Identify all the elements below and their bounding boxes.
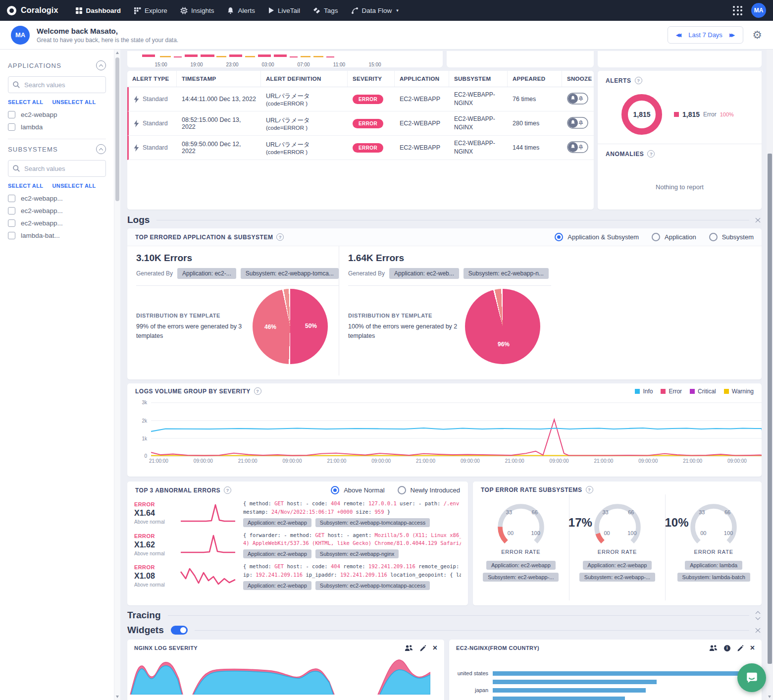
nav-livetail[interactable]: LiveTail [268,7,300,14]
widget-title: EC2-NGINX(FROM COUNTRY) [456,645,539,651]
help-icon[interactable]: ? [254,387,261,395]
snooze-bell-icon[interactable]: z [567,93,589,105]
collapse-subsystems-icon[interactable] [96,144,106,154]
applications-select-all[interactable]: SELECT ALL [8,99,43,105]
subsystem-filter-item[interactable]: ec2-webapp... [8,207,106,215]
application-chip[interactable]: Application: ec2-... [177,268,236,279]
radio-icon[interactable] [331,486,339,494]
radio-icon[interactable] [652,233,660,241]
table-row[interactable]: Standard 08:59:50.000 Dec 12, 2022 URLパラ… [127,136,594,160]
share-users-icon[interactable] [709,645,718,651]
snooze-bell-icon[interactable]: z [567,117,589,129]
checkbox[interactable] [8,219,15,227]
range-forward-icon[interactable]: ▶▶ [729,32,735,38]
close-icon[interactable]: × [750,644,755,652]
subsystems-search-input[interactable] [8,160,106,177]
application-chip[interactable]: Application: ec2-webapp [243,581,311,590]
help-icon[interactable]: ? [635,77,642,84]
subsystem-chip[interactable]: Subsystem: ec2-webapp-... [579,573,655,582]
application-chip[interactable]: Application: lambda [685,561,742,570]
checkbox[interactable] [8,207,15,215]
nav-dataflow[interactable]: Data Flow ▾ [351,7,399,14]
nav-insights[interactable]: Insights [180,7,214,14]
nav-tags[interactable]: Tags [313,7,338,14]
application-chip[interactable]: Application: ec2-webapp [486,561,556,570]
nav-explore[interactable]: Explore [134,7,167,14]
radio-application-and-subsystem[interactable]: Application & Subsystem [555,233,639,241]
subsystems-unselect-all[interactable]: UNSELECT ALL [52,183,96,189]
radio-icon[interactable] [555,233,563,241]
application-chip[interactable]: Application: ec2-webapp [583,561,652,570]
nav-dashboard[interactable]: Dashboard [75,7,121,14]
close-icon[interactable]: × [433,644,437,652]
subsystems-select-all[interactable]: SELECT ALL [8,183,43,189]
time-range-picker[interactable]: ◀◀ Last 7 Days ▶▶ [668,26,743,44]
info-icon[interactable]: i [724,645,730,651]
gear-icon[interactable]: ⚙ [752,30,762,41]
subsystem-chip[interactable]: Subsystem: lambda-batch [677,573,750,582]
application-filter-item[interactable]: ec2-webapp [8,111,106,118]
edit-pencil-icon[interactable] [737,645,744,651]
radio-subsystem[interactable]: Subsystem [709,233,754,241]
abnormal-error-row[interactable]: ERROR X1.64 Above normal { method: GET h… [127,496,468,528]
widgets-toggle[interactable] [171,626,188,635]
radio-icon[interactable] [709,233,718,241]
collapse-section-icon[interactable] [756,216,761,224]
abnormal-error-row[interactable]: ERROR X1.62 Above normal { forwarder: - … [127,528,468,560]
help-icon[interactable]: ? [224,486,231,494]
collapse-section-icon[interactable] [756,627,761,634]
subsystem-filter-item[interactable]: ec2-webapp... [8,219,106,227]
radio-above-normal[interactable]: Above Normal [331,486,384,494]
table-row[interactable]: Standard 14:44:11.000 Dec 13, 2022 URLパラ… [127,87,594,111]
subsystem-chip[interactable]: Subsystem: ec2-webapp-tomcatapp-access [315,581,430,590]
subsystem-filter-item[interactable]: ec2-webapp... [8,195,106,202]
user-avatar[interactable]: MA [751,3,766,18]
app-grid-icon[interactable] [733,6,742,15]
application-chip[interactable]: Application: ec2-webapp [243,518,311,527]
subsystem-filter-item[interactable]: lambda-bat... [8,232,106,239]
snooze-bell-icon[interactable]: z [567,141,589,153]
logs-section-header: Logs [127,215,761,225]
content-scrollbar[interactable] [114,50,120,700]
subsystem-chip[interactable]: Subsystem: ec2-webapp-... [483,573,559,582]
edit-pencil-icon[interactable] [419,645,426,651]
alert-subsystem: EC2-WEBAPP-NGINX [449,89,508,110]
range-back-icon[interactable]: ◀◀ [676,32,681,38]
abnormal-error-row[interactable]: ERROR X1.08 Above normal { method: GET h… [127,559,468,591]
subsystem-chip[interactable]: Subsystem: ec2-webapp-n... [464,268,549,279]
scroll-up-icon[interactable] [116,52,119,54]
radio-newly-introduced[interactable]: Newly Introduced [398,486,460,494]
scroll-down-icon[interactable] [768,696,771,698]
subsystem-chip[interactable]: Subsystem: ec2-webapp-tomca... [241,268,339,279]
applications-unselect-all[interactable]: UNSELECT ALL [52,99,96,105]
radio-application[interactable]: Application [652,233,696,241]
table-row[interactable]: Standard 08:52:15.000 Dec 13, 2022 URLパラ… [127,111,594,136]
scroll-down-icon[interactable] [116,696,119,698]
applications-search-input[interactable] [8,76,106,93]
brand[interactable]: Coralogix [7,6,58,15]
application-chip[interactable]: Application: ec2-web... [389,268,459,279]
subsystem-chip[interactable]: Subsystem: ec2-webapp-tomcatapp-access [315,518,430,527]
application-filter-item[interactable]: lambda [8,123,106,131]
checkbox[interactable] [8,195,15,202]
radio-icon[interactable] [398,486,406,494]
subsystem-chip[interactable]: Subsystem: ec2-webapp-nginx [315,549,399,558]
checkbox[interactable] [8,111,15,118]
checkbox[interactable] [8,232,15,239]
lightning-icon [134,144,139,152]
collapse-applications-icon[interactable] [96,60,106,70]
help-icon[interactable]: ? [276,233,284,241]
nav-alerts[interactable]: Alerts [227,7,255,14]
application-chip[interactable]: Application: ec2-webapp [243,549,311,558]
help-icon[interactable]: ? [586,486,593,493]
lightning-icon [134,96,139,103]
checkbox[interactable] [8,123,15,131]
scrollbar-thumb[interactable] [115,57,119,201]
scrollbar-thumb[interactable] [768,154,772,664]
window-scrollbar[interactable] [767,50,773,700]
expand-section-icon[interactable] [756,612,761,619]
help-icon[interactable]: ? [647,150,655,158]
share-users-icon[interactable] [405,645,413,651]
top-widget-stub [447,51,594,67]
support-chat-button[interactable] [737,663,766,692]
